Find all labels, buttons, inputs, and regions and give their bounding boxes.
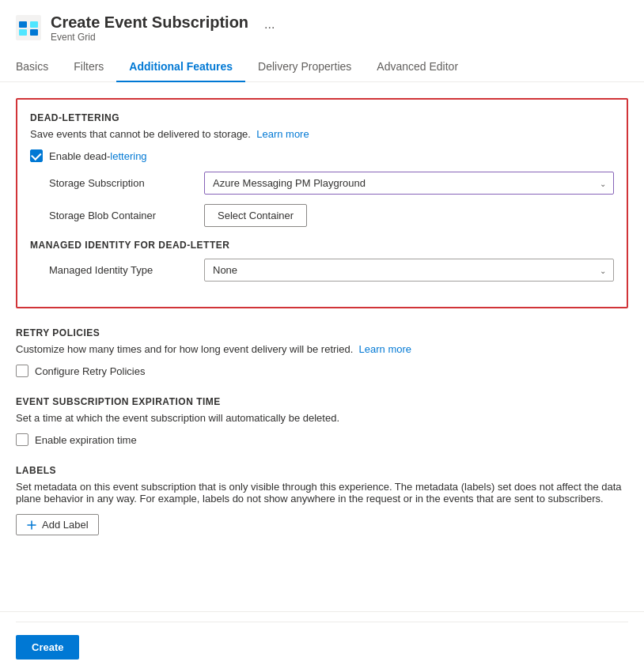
configure-retry-label: Configure Retry Policies (35, 365, 145, 377)
enable-expiration-checkbox[interactable] (16, 433, 28, 446)
header-text-block: Create Event Subscription Event Grid (51, 13, 248, 43)
tab-bar: Basics Filters Additional Features Deliv… (0, 52, 644, 82)
labels-desc: Set metadata on this event subscription … (16, 481, 628, 505)
tab-filters[interactable]: Filters (61, 52, 116, 82)
main-content: DEAD-LETTERING Save events that cannot b… (0, 82, 644, 618)
enable-dead-lettering-checkbox[interactable] (30, 149, 43, 162)
page-title: Create Event Subscription (51, 13, 248, 32)
expiration-desc-text: Set a time at which the event subscripti… (16, 412, 339, 424)
dead-lettering-section: DEAD-LETTERING Save events that cannot b… (16, 98, 628, 308)
add-label-icon (26, 520, 37, 531)
retry-policies-title: RETRY POLICIES (16, 327, 628, 338)
svg-rect-0 (16, 15, 41, 40)
svg-rect-2 (30, 21, 38, 28)
retry-policies-section: RETRY POLICIES Customize how many times … (16, 327, 628, 377)
dead-lettering-desc: Save events that cannot be delivered to … (30, 128, 614, 140)
retry-policies-learn-more[interactable]: Learn more (359, 343, 411, 355)
tab-delivery-properties[interactable]: Delivery Properties (245, 52, 364, 82)
managed-identity-wrapper: None ⌄ (204, 259, 614, 282)
footer: Create (0, 611, 644, 669)
expiration-title: EVENT SUBSCRIPTION EXPIRATION TIME (16, 396, 628, 407)
enable-dead-lettering-row: Enable dead-lettering (30, 149, 614, 162)
managed-identity-label: Managed Identity Type (49, 264, 191, 276)
add-label-wrapper: Add Label (16, 514, 628, 535)
tab-additional-features[interactable]: Additional Features (116, 52, 245, 82)
retry-policies-desc-text: Customize how many times and for how lon… (16, 343, 353, 355)
add-label-button[interactable]: Add Label (16, 514, 99, 535)
svg-rect-3 (19, 29, 27, 36)
enable-expiration-label: Enable expiration time (35, 434, 137, 446)
managed-identity-title: MANAGED IDENTITY FOR DEAD-LETTER (30, 240, 614, 251)
dead-lettering-form: Storage Subscription Azure Messaging PM … (49, 172, 614, 227)
more-options-icon[interactable]: ··· (264, 21, 275, 35)
select-container-button[interactable]: Select Container (204, 204, 307, 227)
page-subtitle: Event Grid (51, 32, 248, 43)
lettering-link[interactable]: lettering (110, 150, 146, 162)
storage-subscription-select[interactable]: Azure Messaging PM Playground (204, 172, 614, 195)
event-grid-icon (16, 15, 41, 40)
footer-separator (16, 622, 628, 622)
dead-lettering-title: DEAD-LETTERING (30, 112, 614, 123)
managed-identity-form: Managed Identity Type None ⌄ (49, 259, 614, 282)
add-label-text: Add Label (42, 519, 89, 531)
select-container-wrapper: Select Container (204, 204, 614, 227)
storage-subscription-wrapper: Azure Messaging PM Playground ⌄ (204, 172, 614, 195)
tab-basics[interactable]: Basics (16, 52, 61, 82)
configure-retry-row: Configure Retry Policies (16, 365, 628, 377)
create-button[interactable]: Create (16, 635, 79, 660)
tab-advanced-editor[interactable]: Advanced Editor (364, 52, 471, 82)
retry-policies-desc: Customize how many times and for how lon… (16, 343, 628, 355)
labels-section: LABELS Set metadata on this event subscr… (16, 465, 628, 535)
enable-expiration-row: Enable expiration time (16, 433, 628, 446)
dead-lettering-desc-text: Save events that cannot be delivered to … (30, 128, 251, 140)
labels-title: LABELS (16, 465, 628, 476)
configure-retry-checkbox[interactable] (16, 365, 28, 377)
storage-blob-container-label: Storage Blob Container (49, 210, 191, 221)
svg-rect-1 (19, 21, 27, 28)
dead-lettering-learn-more[interactable]: Learn more (256, 128, 309, 140)
page-header: Create Event Subscription Event Grid ··· (0, 0, 644, 49)
expiration-desc: Set a time at which the event subscripti… (16, 412, 628, 424)
managed-identity-select[interactable]: None (204, 259, 614, 282)
svg-rect-4 (30, 29, 38, 36)
expiration-section: EVENT SUBSCRIPTION EXPIRATION TIME Set a… (16, 396, 628, 446)
storage-subscription-label: Storage Subscription (49, 177, 191, 189)
enable-dead-lettering-label: Enable dead-lettering (49, 150, 147, 162)
